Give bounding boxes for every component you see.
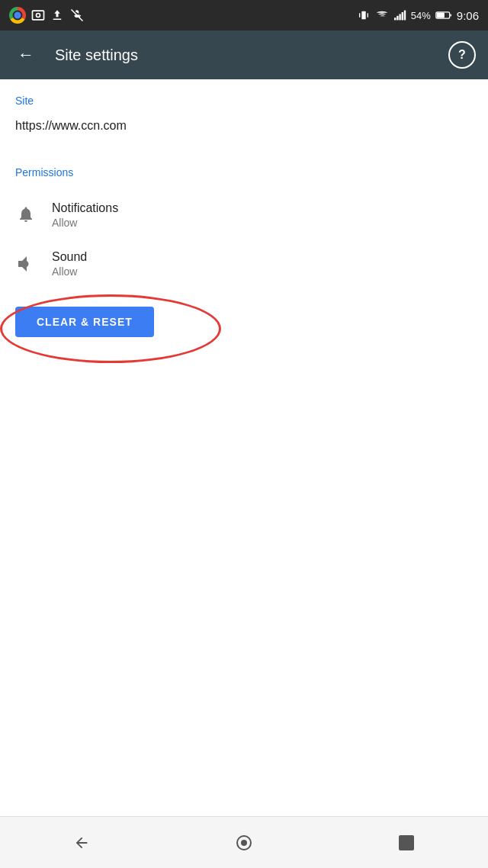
page-title: Site settings [55, 47, 433, 64]
signal-icon [394, 9, 406, 21]
status-bar-left [9, 7, 85, 24]
nav-recents-button[interactable] [376, 825, 437, 861]
battery-icon [435, 10, 452, 21]
vibrate-icon [358, 8, 370, 22]
svg-rect-8 [404, 11, 406, 21]
site-section-label: Site [0, 79, 488, 113]
notifications-text: Notifications Allow [52, 201, 118, 229]
svg-rect-13 [399, 835, 414, 850]
speaker-icon [15, 253, 37, 275]
svg-rect-10 [436, 13, 444, 18]
site-url: https://www.ccn.com [0, 113, 488, 151]
svg-rect-0 [33, 11, 44, 20]
svg-point-1 [37, 14, 40, 18]
svg-rect-5 [396, 16, 398, 21]
clear-reset-button[interactable]: CLEAR & RESET [15, 307, 154, 337]
wifi-icon [374, 9, 390, 21]
sound-status: Allow [52, 265, 87, 278]
back-button[interactable]: ← [12, 41, 40, 69]
svg-rect-3 [361, 11, 365, 20]
permission-notifications[interactable]: Notifications Allow [0, 191, 488, 240]
battery-percent: 54% [411, 10, 431, 21]
button-area: CLEAR & RESET [0, 288, 488, 355]
status-bar: 54% 9:06 [0, 0, 488, 31]
sound-text: Sound Allow [52, 250, 87, 278]
permissions-section-label: Permissions [0, 151, 488, 191]
photo-icon [30, 8, 46, 23]
no-mic-icon [69, 8, 85, 22]
status-bar-right: 54% 9:06 [358, 8, 479, 22]
notifications-label: Notifications [52, 201, 118, 215]
permission-sound[interactable]: Sound Allow [0, 240, 488, 288]
app-bar: ← Site settings ? [0, 31, 488, 79]
help-button[interactable]: ? [448, 41, 476, 69]
upload-icon [50, 8, 64, 23]
bottom-nav [0, 816, 488, 868]
svg-rect-7 [401, 12, 403, 20]
sound-label: Sound [52, 250, 87, 264]
svg-rect-6 [399, 14, 400, 20]
bell-icon [15, 204, 37, 226]
chrome-icon [9, 7, 26, 24]
content-area: Site https://www.ccn.com Permissions Not… [0, 79, 488, 355]
svg-rect-4 [394, 18, 396, 20]
svg-point-12 [241, 840, 247, 846]
notifications-status: Allow [52, 217, 118, 229]
nav-home-button[interactable] [214, 825, 274, 861]
time: 9:06 [457, 9, 479, 22]
nav-back-button[interactable] [51, 825, 112, 861]
